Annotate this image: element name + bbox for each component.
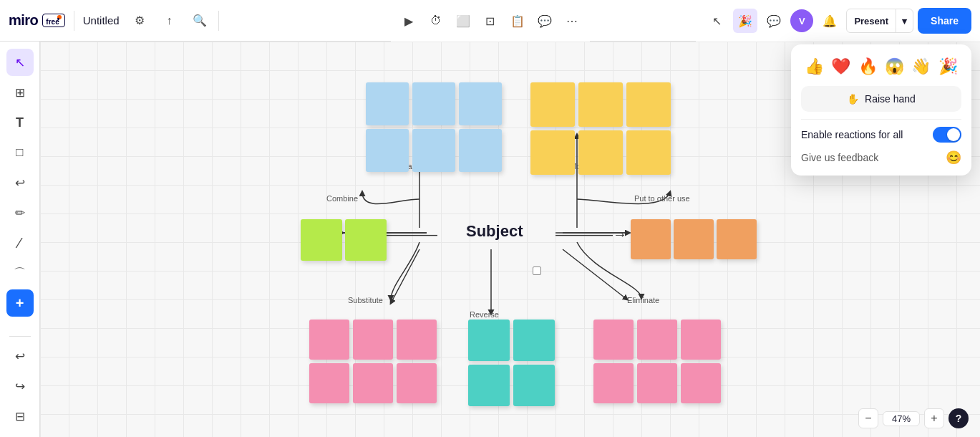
sticky-orange-2[interactable]: [674, 219, 714, 259]
put-other-use-label: Put to other use: [634, 194, 690, 203]
sticky-orange-1[interactable]: [631, 219, 671, 259]
timer-icon[interactable]: ⏱: [424, 9, 448, 33]
sticky-pink-3[interactable]: [397, 320, 437, 360]
help-button[interactable]: ?: [949, 408, 969, 428]
feedback-icon: 😊: [946, 150, 961, 165]
feedback-label: Give us feedback: [801, 152, 878, 163]
sticky-green-2[interactable]: [345, 219, 387, 261]
sticky-pink-2[interactable]: [353, 320, 393, 360]
redo-icon[interactable]: ↪: [6, 373, 34, 400]
more-tools-icon[interactable]: ⋯: [560, 9, 584, 33]
avatar[interactable]: V: [790, 9, 813, 32]
subject-label: Subject: [466, 222, 523, 241]
frame-icon[interactable]: ⬜: [451, 9, 475, 33]
fullscreen-icon[interactable]: ⊡: [478, 9, 503, 33]
sticky-pink-r-2[interactable]: [637, 320, 677, 360]
sticky-teal-4[interactable]: [513, 365, 555, 406]
sticky-pink-4[interactable]: [309, 363, 349, 403]
center-toolbar: ▶ ⏱ ⬜ ⊡ 📋 💬 ⋯: [391, 0, 590, 42]
substitute-label: Substitute: [348, 296, 383, 304]
select-tool[interactable]: ↖: [6, 49, 34, 76]
pen-tool[interactable]: ↩: [6, 169, 34, 196]
present-label: Present: [847, 16, 896, 27]
raise-hand-button[interactable]: ✋ Raise hand: [801, 86, 961, 112]
feedback-row[interactable]: Give us feedback 😊: [801, 150, 961, 165]
zoom-out-button[interactable]: −: [858, 408, 878, 428]
party-emoji[interactable]: 🎉: [936, 54, 960, 79]
sticky-yellow-5[interactable]: [578, 130, 623, 175]
draw-tool[interactable]: ✏: [6, 199, 34, 226]
sticky-pink-r-3[interactable]: [681, 320, 721, 360]
sticky-yellow-4[interactable]: [530, 130, 575, 175]
search-icon[interactable]: 🔍: [190, 11, 210, 31]
sticky-yellow-6[interactable]: [626, 130, 671, 175]
undo-icon[interactable]: ↩: [6, 342, 34, 370]
sticky-teal-1[interactable]: [468, 320, 510, 361]
miro-logo: miro: [9, 12, 38, 29]
panels-icon[interactable]: ⊟: [6, 403, 34, 430]
logo-area: miro free•: [0, 12, 74, 29]
sticky-pink-r-6[interactable]: [681, 363, 721, 403]
svg-line-8: [563, 249, 627, 299]
svg-line-6: [391, 249, 419, 303]
bottom-bar: − 47% + ?: [858, 408, 969, 428]
grid-tool[interactable]: ⊞: [6, 79, 34, 106]
present-chevron-icon[interactable]: ▾: [896, 9, 913, 32]
thumbs-up-emoji[interactable]: 👍: [802, 54, 827, 79]
sticky-blue-2[interactable]: [412, 82, 455, 125]
text-tool[interactable]: T: [6, 109, 34, 136]
curve-tool[interactable]: ⌒: [6, 259, 34, 287]
sticky-note-tool[interactable]: □: [6, 139, 34, 166]
sticky-blue-3[interactable]: [459, 82, 502, 125]
free-dot: •: [57, 15, 62, 19]
surprised-emoji[interactable]: 😱: [883, 54, 907, 79]
settings-icon[interactable]: ⚙: [130, 11, 150, 31]
zoom-level[interactable]: 47%: [883, 411, 920, 426]
line-tool[interactable]: ∕: [6, 229, 34, 256]
sticky-pink-r-5[interactable]: [637, 363, 677, 403]
export-icon[interactable]: ↑: [160, 11, 180, 31]
reactions-popup: 👍 ❤️ 🔥 😱 👋 🎉 ✋ Raise hand Enable reactio…: [791, 44, 971, 176]
comment-center-icon[interactable]: 💬: [533, 9, 557, 33]
sticky-green-1[interactable]: [301, 219, 342, 261]
right-toolbar: ↖ 🎉 💬 V 🔔 Present ▾ Share: [696, 0, 980, 42]
topbar: miro free• Untitled ⚙ ↑ 🔍 ▶ ⏱ ⬜ ⊡ 📋 💬 ⋯ …: [0, 0, 980, 42]
fire-emoji[interactable]: 🔥: [855, 54, 880, 79]
comments-tool[interactable]: 💬: [762, 9, 786, 33]
board-icon[interactable]: 📋: [505, 9, 530, 33]
sticky-blue-5[interactable]: [412, 129, 455, 172]
eliminate-label: Eliminate: [627, 296, 659, 304]
sticky-pink-r-1[interactable]: [593, 320, 634, 360]
wave-emoji[interactable]: 👋: [909, 54, 933, 79]
reactions-tool[interactable]: 🎉: [733, 9, 757, 33]
sticky-yellow-2[interactable]: [578, 82, 623, 127]
sticky-yellow-3[interactable]: [626, 82, 671, 127]
sidebar-divider: [9, 336, 31, 337]
title-area: Untitled ⚙ ↑ 🔍: [74, 11, 219, 31]
zoom-in-button[interactable]: +: [924, 408, 944, 428]
sticky-yellow-1[interactable]: [530, 82, 575, 127]
expand-icon[interactable]: ▶: [397, 9, 421, 33]
left-sidebar: ↖ ⊞ T □ ↩ ✏ ∕ ⌒ + ↩ ↪ ⊟: [0, 42, 40, 437]
sticky-pink-1[interactable]: [309, 320, 349, 360]
sticky-blue-6[interactable]: [459, 129, 502, 172]
sticky-blue-4[interactable]: [366, 129, 409, 172]
present-button[interactable]: Present ▾: [846, 9, 913, 33]
sticky-teal-2[interactable]: [513, 320, 555, 361]
reactions-divider: [801, 119, 961, 120]
cursor-tool[interactable]: ↖: [704, 9, 729, 33]
heart-emoji[interactable]: ❤️: [829, 54, 853, 79]
sticky-blue-1[interactable]: [366, 82, 409, 125]
share-button[interactable]: Share: [918, 8, 971, 34]
notifications-icon[interactable]: 🔔: [818, 9, 842, 33]
add-tool[interactable]: +: [6, 289, 34, 317]
enable-reactions-toggle[interactable]: [933, 127, 961, 143]
right-arrow: ————→: [556, 226, 627, 243]
board-title[interactable]: Untitled: [83, 14, 120, 27]
sticky-teal-3[interactable]: [468, 365, 510, 406]
sticky-pink-r-4[interactable]: [593, 363, 634, 403]
sticky-pink-5[interactable]: [353, 363, 393, 403]
raise-hand-label: Raise hand: [865, 93, 916, 105]
sticky-pink-6[interactable]: [397, 363, 437, 403]
sticky-orange-3[interactable]: [717, 219, 757, 259]
